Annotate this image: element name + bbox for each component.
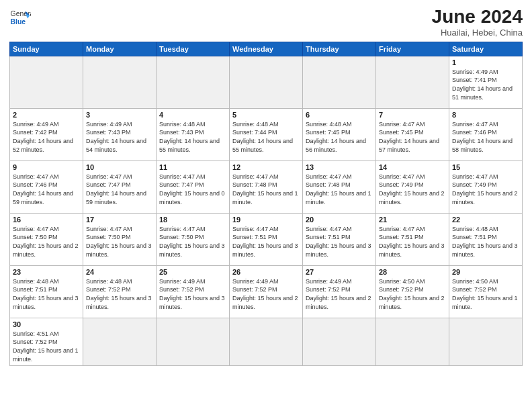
calendar-cell: 3Sunrise: 4:49 AM Sunset: 7:43 PM Daylig… (83, 108, 157, 161)
calendar-cell: 16Sunrise: 4:47 AM Sunset: 7:50 PM Dayli… (10, 213, 83, 265)
calendar-cell: 17Sunrise: 4:47 AM Sunset: 7:50 PM Dayli… (83, 213, 157, 265)
header: General Blue June 2024 Huailai, Hebei, C… (9, 7, 523, 38)
calendar-cell (230, 318, 303, 365)
header-thursday: Thursday (303, 42, 376, 56)
day-number: 26 (232, 268, 300, 276)
day-number: 9 (13, 163, 80, 171)
day-info: Sunrise: 4:48 AM Sunset: 7:51 PM Dayligh… (452, 225, 519, 259)
svg-text:Blue: Blue (11, 18, 26, 26)
header-wednesday: Wednesday (230, 42, 303, 56)
day-number: 18 (159, 216, 226, 224)
calendar-cell: 26Sunrise: 4:49 AM Sunset: 7:52 PM Dayli… (230, 265, 303, 318)
day-number: 8 (452, 111, 519, 119)
calendar-cell: 30Sunrise: 4:51 AM Sunset: 7:52 PM Dayli… (10, 318, 83, 365)
month-title: June 2024 (432, 7, 523, 28)
day-number: 17 (86, 216, 153, 224)
day-info: Sunrise: 4:47 AM Sunset: 7:47 PM Dayligh… (159, 173, 226, 206)
calendar-cell: 11Sunrise: 4:47 AM Sunset: 7:47 PM Dayli… (157, 161, 230, 213)
day-info: Sunrise: 4:49 AM Sunset: 7:52 PM Dayligh… (306, 277, 373, 311)
header-saturday: Saturday (449, 42, 523, 56)
day-info: Sunrise: 4:47 AM Sunset: 7:51 PM Dayligh… (306, 225, 373, 259)
day-number: 12 (232, 163, 300, 171)
calendar-cell (157, 318, 230, 365)
calendar-cell: 22Sunrise: 4:48 AM Sunset: 7:51 PM Dayli… (449, 213, 523, 265)
day-info: Sunrise: 4:49 AM Sunset: 7:43 PM Dayligh… (86, 120, 153, 154)
title-block: June 2024 Huailai, Hebei, China (432, 7, 523, 38)
day-number: 19 (232, 216, 300, 224)
calendar-cell (157, 56, 230, 108)
calendar-cell: 25Sunrise: 4:49 AM Sunset: 7:52 PM Dayli… (157, 265, 230, 318)
day-number: 27 (306, 268, 373, 276)
day-info: Sunrise: 4:47 AM Sunset: 7:48 PM Dayligh… (232, 173, 300, 206)
calendar-cell: 24Sunrise: 4:48 AM Sunset: 7:52 PM Dayli… (83, 265, 157, 318)
day-info: Sunrise: 4:47 AM Sunset: 7:51 PM Dayligh… (232, 225, 300, 259)
calendar-table: Sunday Monday Tuesday Wednesday Thursday… (9, 42, 523, 366)
day-number: 5 (232, 111, 300, 119)
calendar-cell: 23Sunrise: 4:48 AM Sunset: 7:51 PM Dayli… (10, 265, 83, 318)
header-monday: Monday (83, 42, 157, 56)
calendar-cell (10, 56, 83, 108)
logo: General Blue (9, 7, 31, 28)
day-number: 16 (13, 216, 80, 224)
day-info: Sunrise: 4:49 AM Sunset: 7:41 PM Dayligh… (452, 68, 519, 101)
day-number: 1 (452, 58, 519, 66)
day-number: 2 (13, 111, 80, 119)
day-number: 22 (452, 216, 519, 224)
calendar-cell (303, 318, 376, 365)
day-info: Sunrise: 4:47 AM Sunset: 7:50 PM Dayligh… (13, 225, 80, 259)
calendar-cell: 29Sunrise: 4:50 AM Sunset: 7:52 PM Dayli… (449, 265, 523, 318)
calendar-cell (83, 318, 157, 365)
day-info: Sunrise: 4:47 AM Sunset: 7:50 PM Dayligh… (159, 225, 226, 259)
calendar-cell: 5Sunrise: 4:48 AM Sunset: 7:44 PM Daylig… (230, 108, 303, 161)
calendar-cell: 21Sunrise: 4:47 AM Sunset: 7:51 PM Dayli… (376, 213, 449, 265)
header-sunday: Sunday (10, 42, 83, 56)
day-info: Sunrise: 4:49 AM Sunset: 7:42 PM Dayligh… (13, 120, 80, 154)
calendar-cell: 28Sunrise: 4:50 AM Sunset: 7:52 PM Dayli… (376, 265, 449, 318)
day-number: 6 (306, 111, 373, 119)
day-info: Sunrise: 4:51 AM Sunset: 7:52 PM Dayligh… (13, 330, 80, 363)
day-number: 11 (159, 163, 226, 171)
day-info: Sunrise: 4:48 AM Sunset: 7:51 PM Dayligh… (13, 277, 80, 311)
day-info: Sunrise: 4:47 AM Sunset: 7:45 PM Dayligh… (379, 120, 446, 154)
day-number: 7 (379, 111, 446, 119)
day-number: 29 (452, 268, 519, 276)
logo-icon: General Blue (9, 7, 31, 28)
day-number: 4 (159, 111, 226, 119)
day-info: Sunrise: 4:48 AM Sunset: 7:45 PM Dayligh… (306, 120, 373, 154)
day-number: 30 (13, 320, 80, 328)
day-number: 20 (306, 216, 373, 224)
day-info: Sunrise: 4:48 AM Sunset: 7:52 PM Dayligh… (86, 277, 153, 311)
day-info: Sunrise: 4:49 AM Sunset: 7:52 PM Dayligh… (159, 277, 226, 311)
calendar-cell: 13Sunrise: 4:47 AM Sunset: 7:48 PM Dayli… (303, 161, 376, 213)
calendar-cell: 2Sunrise: 4:49 AM Sunset: 7:42 PM Daylig… (10, 108, 83, 161)
calendar-cell: 27Sunrise: 4:49 AM Sunset: 7:52 PM Dayli… (303, 265, 376, 318)
day-info: Sunrise: 4:50 AM Sunset: 7:52 PM Dayligh… (379, 277, 446, 311)
day-info: Sunrise: 4:48 AM Sunset: 7:44 PM Dayligh… (232, 120, 300, 154)
calendar-cell (230, 56, 303, 108)
calendar-cell: 20Sunrise: 4:47 AM Sunset: 7:51 PM Dayli… (303, 213, 376, 265)
calendar-cell (83, 56, 157, 108)
day-info: Sunrise: 4:47 AM Sunset: 7:46 PM Dayligh… (452, 120, 519, 154)
header-friday: Friday (376, 42, 449, 56)
day-info: Sunrise: 4:47 AM Sunset: 7:46 PM Dayligh… (13, 173, 80, 206)
day-number: 10 (86, 163, 153, 171)
day-number: 24 (86, 268, 153, 276)
calendar-cell: 9Sunrise: 4:47 AM Sunset: 7:46 PM Daylig… (10, 161, 83, 213)
calendar-cell: 12Sunrise: 4:47 AM Sunset: 7:48 PM Dayli… (230, 161, 303, 213)
calendar-cell: 15Sunrise: 4:47 AM Sunset: 7:49 PM Dayli… (449, 161, 523, 213)
calendar-cell: 14Sunrise: 4:47 AM Sunset: 7:49 PM Dayli… (376, 161, 449, 213)
calendar-cell: 6Sunrise: 4:48 AM Sunset: 7:45 PM Daylig… (303, 108, 376, 161)
day-info: Sunrise: 4:50 AM Sunset: 7:52 PM Dayligh… (452, 277, 519, 311)
day-info: Sunrise: 4:47 AM Sunset: 7:47 PM Dayligh… (86, 173, 153, 206)
day-info: Sunrise: 4:47 AM Sunset: 7:49 PM Dayligh… (379, 173, 446, 206)
calendar-cell (376, 56, 449, 108)
day-info: Sunrise: 4:47 AM Sunset: 7:48 PM Dayligh… (306, 173, 373, 206)
day-info: Sunrise: 4:47 AM Sunset: 7:50 PM Dayligh… (86, 225, 153, 259)
calendar-cell: 10Sunrise: 4:47 AM Sunset: 7:47 PM Dayli… (83, 161, 157, 213)
day-number: 28 (379, 268, 446, 276)
weekday-header-row: Sunday Monday Tuesday Wednesday Thursday… (10, 42, 523, 56)
calendar-cell: 18Sunrise: 4:47 AM Sunset: 7:50 PM Dayli… (157, 213, 230, 265)
page: General Blue June 2024 Huailai, Hebei, C… (0, 0, 532, 373)
calendar-cell (303, 56, 376, 108)
calendar-cell: 19Sunrise: 4:47 AM Sunset: 7:51 PM Dayli… (230, 213, 303, 265)
